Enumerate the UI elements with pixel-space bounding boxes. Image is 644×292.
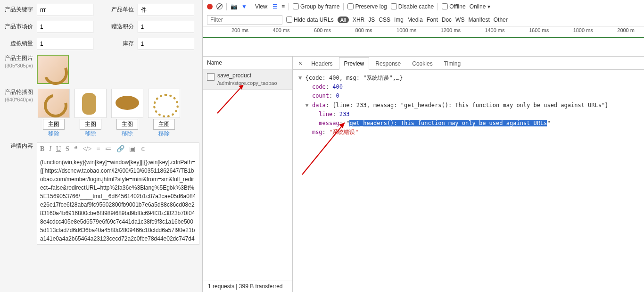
carousel-thumb[interactable] [38, 89, 70, 118]
remove-link[interactable]: 移除 [158, 130, 170, 138]
carousel-item: 主图 移除 [74, 89, 107, 138]
devtools-panel: 📷 ▼ View: ☰ ≡ Group by frame Preserve lo… [203, 0, 644, 292]
carousel-thumb[interactable] [148, 89, 180, 118]
unit-label: 产品单位 [104, 6, 134, 14]
carousel-thumb[interactable] [111, 89, 143, 118]
disable-cache-checkbox[interactable]: Disable cache [391, 3, 434, 10]
group-by-frame-checkbox[interactable]: Group by frame [293, 3, 339, 10]
carousel-item: 主图 移除 [147, 89, 181, 138]
carousel-thumb[interactable] [74, 89, 107, 118]
requests-status: 1 requests | 399 B transferred [203, 281, 292, 292]
stock-input[interactable] [138, 38, 194, 50]
timeline-tick: 200 ms [231, 27, 248, 33]
filter-type-font[interactable]: Font [427, 17, 438, 23]
divider [226, 3, 227, 10]
editor-textarea[interactable]: (function(win,key){win[key]=window[key]|… [37, 155, 199, 245]
filter-type-img[interactable]: Img [394, 17, 404, 23]
link-icon[interactable]: 🔗 [116, 145, 124, 153]
set-main-button[interactable]: 主图 [80, 119, 101, 130]
timeline-tick: 1200 ms [441, 27, 461, 33]
unit-input[interactable] [138, 4, 194, 16]
image-icon[interactable]: ▣ [129, 145, 135, 153]
request-path: /admin/store.copy_taobao [217, 80, 277, 86]
preserve-log-checkbox[interactable]: Preserve log [347, 3, 387, 10]
tab-cookies[interactable]: Cookies [407, 57, 438, 70]
close-detail-icon[interactable]: × [296, 58, 305, 69]
carousel-list: 主图 移除 主图 移除 主图 移除 主图 移除 [37, 89, 181, 138]
keyword-input[interactable] [37, 4, 93, 16]
offline-checkbox[interactable]: Offline [442, 3, 465, 10]
emoji-icon[interactable]: ☺ [140, 145, 147, 153]
set-main-button[interactable]: 主图 [43, 119, 65, 130]
detail-tabs: × Headers Preview Response Cookies Timin… [293, 57, 644, 70]
tab-timing[interactable]: Timing [439, 57, 466, 70]
strike-icon[interactable]: S [66, 145, 69, 153]
product-form-panel: 产品关键字 产品单位 产品市场价 赠送积分 虚拟销量 库存 产品主图片 ( [0, 0, 203, 292]
filter-type-all[interactable]: All [338, 17, 349, 23]
hide-data-urls-checkbox[interactable]: Hide data URLs [286, 17, 334, 23]
expand-icon[interactable]: ▼ [305, 102, 312, 108]
quote-icon[interactable]: ❝ [74, 145, 78, 153]
remove-link[interactable]: 移除 [122, 130, 133, 138]
timeline-overview[interactable]: 200 ms 400 ms 600 ms 800 ms 1000 ms 1200… [203, 26, 644, 57]
camera-icon[interactable]: 📷 [231, 3, 238, 10]
divider [343, 3, 344, 10]
timeline-tick: 2000 m [617, 27, 635, 33]
filter-type-media[interactable]: Media [407, 17, 423, 23]
request-row[interactable]: save_product /admin/store.copy_taobao [203, 69, 292, 90]
expand-icon[interactable]: ▼ [298, 75, 305, 81]
filter-type-css[interactable]: CSS [379, 17, 390, 23]
italic-icon[interactable]: I [49, 145, 51, 153]
timeline-tick: 600 ms [314, 27, 331, 33]
ul-icon[interactable]: ≔ [105, 145, 112, 153]
script-file-icon [207, 73, 215, 81]
filter-type-manifest[interactable]: Manifest [468, 17, 489, 23]
tab-response[interactable]: Response [370, 57, 406, 70]
tab-preview[interactable]: Preview [339, 57, 370, 70]
filter-input[interactable] [207, 15, 282, 25]
list-view-icon[interactable]: ☰ [272, 3, 278, 10]
ol-icon[interactable]: ≡ [97, 145, 100, 153]
throttling-select[interactable]: Online ▾ [470, 3, 490, 10]
timeline-tick: 1600 ms [529, 27, 549, 33]
main-image-thumb[interactable] [37, 55, 69, 84]
bold-icon[interactable]: B [40, 145, 44, 153]
detail-content-label: 详情内容 [3, 142, 33, 150]
remove-link[interactable]: 移除 [85, 130, 96, 138]
selected-text: get_headers(): This function may only be… [349, 120, 547, 126]
filter-type-js[interactable]: JS [368, 17, 375, 23]
underline-icon[interactable]: U [56, 145, 61, 153]
record-icon[interactable] [207, 4, 213, 9]
gift-points-input[interactable] [138, 21, 194, 33]
editor-toolbar: B I U S ❝ </> ≡ ≔ 🔗 ▣ ☺ [37, 142, 199, 155]
filter-type-xhr[interactable]: XHR [353, 17, 364, 23]
json-preview[interactable]: ▼ {code: 400, msg: "系统错误",…} code: 400 c… [293, 70, 644, 141]
filter-bar: Hide data URLs All XHR JS CSS Img Media … [203, 13, 644, 26]
set-main-button[interactable]: 主图 [116, 119, 138, 130]
stock-label: 库存 [104, 40, 134, 48]
timeline-tick: 1000 ms [396, 27, 416, 33]
tab-headers[interactable]: Headers [306, 57, 338, 70]
name-column-header[interactable]: Name [203, 57, 292, 69]
virtual-sales-input[interactable] [37, 38, 93, 50]
set-main-button[interactable]: 主图 [153, 119, 175, 130]
divider [438, 3, 438, 10]
filter-icon[interactable]: ▼ [241, 3, 247, 10]
divider [289, 3, 289, 10]
code-icon[interactable]: </> [83, 145, 92, 153]
large-view-icon[interactable]: ≡ [281, 3, 285, 10]
timeline-tick: 400 ms [273, 27, 290, 33]
remove-link[interactable]: 移除 [48, 130, 59, 138]
clear-icon[interactable] [216, 3, 223, 9]
timeline-bar [203, 37, 644, 38]
requests-pane: Name save_product /admin/store.copy_taob… [203, 57, 293, 292]
filter-type-other[interactable]: Other [494, 17, 508, 23]
request-name: save_product [217, 72, 277, 80]
filter-type-doc[interactable]: Doc [442, 17, 452, 23]
timeline-tick: 1400 ms [485, 27, 504, 33]
view-label: View: [255, 3, 269, 10]
market-price-input[interactable] [37, 21, 93, 33]
carousel-item: 主图 移除 [110, 89, 144, 138]
filter-type-ws[interactable]: WS [455, 17, 464, 23]
carousel-label: 产品轮播图 (640*640px) [3, 89, 33, 103]
